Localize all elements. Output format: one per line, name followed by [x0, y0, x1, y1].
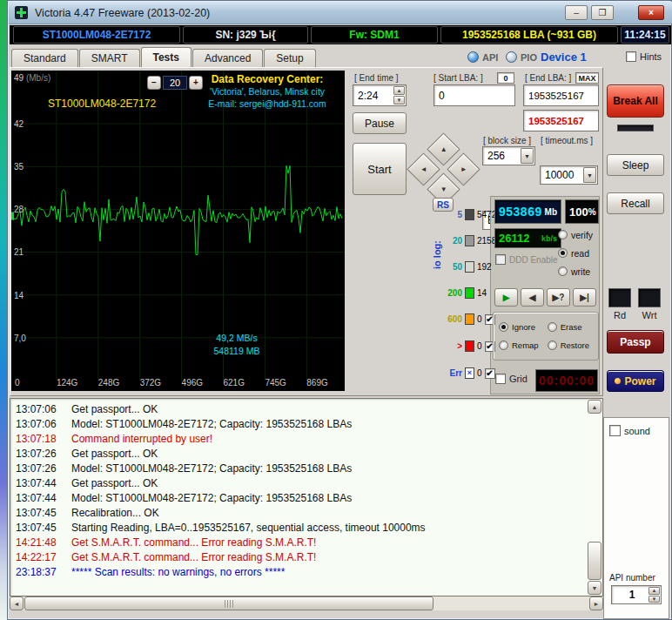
log-entry: 13:07:18Command interrupted by user!: [16, 433, 583, 448]
horizontal-scroll-thumb[interactable]: [24, 596, 433, 610]
end-time-down-icon[interactable]: ▼: [393, 96, 405, 104]
hints-checkbox-box[interactable]: [626, 51, 636, 62]
passport-button[interactable]: Passp: [607, 330, 664, 354]
log-horizontal-scrollbar[interactable]: ◄ ►: [10, 596, 603, 610]
defect-radio-erase[interactable]: Erase: [548, 318, 593, 336]
log-timestamp: 14:22:17: [16, 551, 71, 566]
block-size-value: 256: [487, 150, 505, 162]
log-area[interactable]: 13:07:06Get passport... OK13:07:06Model:…: [10, 398, 603, 596]
speed-value: 26112: [499, 232, 529, 245]
seek-question-button[interactable]: ▶?: [547, 288, 570, 307]
pio-radio[interactable]: PIO: [506, 51, 537, 63]
defect-label: Ignore: [512, 322, 535, 332]
progress-percent-display: 100 %: [565, 199, 599, 224]
log-message: Get passport... OK: [71, 403, 158, 418]
y-axis-tick: 28: [14, 205, 24, 214]
start-lba-label: [ Start LBA: ]: [433, 73, 483, 83]
tab-smart[interactable]: SMART: [79, 49, 140, 67]
tab-advanced[interactable]: Advanced: [192, 49, 263, 67]
max-lba-button[interactable]: MAX: [575, 72, 599, 84]
timeout-label: [ timeout.ms ]: [541, 136, 593, 145]
scroll-left-icon[interactable]: ◄: [10, 596, 24, 610]
tab-setup[interactable]: Setup: [264, 49, 315, 67]
defect-label: Restore: [561, 340, 589, 350]
timing-row->: >0✔: [443, 340, 495, 353]
close-button[interactable]: ×: [638, 5, 664, 20]
api-number-label: API number: [609, 573, 655, 583]
jog-control: ▲ ◄ ► ▼: [410, 137, 478, 201]
pause-button[interactable]: Pause: [353, 112, 407, 134]
ddd-enable-checkbox[interactable]: DDD Enable: [495, 254, 558, 265]
block-size-select[interactable]: 256 ▼: [482, 146, 535, 165]
right-arrow-icon: ►: [460, 165, 467, 173]
timing-color-block: [465, 209, 474, 220]
drive-model: ST1000LM048-2E7172: [13, 26, 180, 44]
sound-checkbox[interactable]: sound: [609, 425, 650, 436]
timing-color-block: [465, 313, 474, 325]
maximize-button[interactable]: ❐: [591, 5, 614, 20]
log-entry: 13:07:06Get passport... OK: [16, 403, 583, 418]
end-time-value: 2:24: [358, 90, 378, 102]
api-radio[interactable]: API: [467, 51, 498, 63]
hints-checkbox[interactable]: Hints: [626, 51, 662, 62]
end-time-up-icon[interactable]: ▲: [393, 86, 405, 95]
defect-radio-remap[interactable]: Remap: [499, 336, 542, 354]
chevron-down-icon[interactable]: ▼: [521, 148, 534, 164]
log-message: Get S.M.A.R.T. command... Error reading …: [71, 551, 316, 566]
mode-radio-write[interactable]: write: [558, 262, 593, 280]
api-down-icon[interactable]: ▼: [648, 596, 660, 603]
log-message: Model: ST1000LM048-2E7172; Capacity: 195…: [71, 462, 352, 477]
graph-drive-label: ST1000LM048-2E7172: [48, 98, 156, 110]
scroll-right-icon[interactable]: ►: [589, 596, 603, 610]
progress-mb-unit: Mb: [545, 207, 557, 217]
log-vertical-scrollbar[interactable]: ▲ ▼: [588, 400, 601, 595]
grid-checkbox-box[interactable]: [495, 374, 506, 384]
end-time-spinner[interactable]: 2:24 ▲▼: [353, 84, 407, 106]
ddd-checkbox-box[interactable]: [495, 254, 506, 265]
sound-checkbox-box[interactable]: [609, 425, 621, 436]
play-button[interactable]: ▶: [494, 288, 518, 307]
defect-radios: IgnoreRemapEraseRestore: [493, 312, 599, 361]
recall-button[interactable]: Recall: [607, 192, 664, 214]
seek-end-button[interactable]: ▶|: [573, 288, 596, 307]
start-lba-input[interactable]: 0: [433, 84, 515, 106]
timing-label: 20: [443, 236, 462, 246]
defect-label: Remap: [512, 340, 539, 350]
tab-standard[interactable]: Standard: [11, 49, 78, 67]
radio-icon: [499, 322, 508, 332]
start-lba-zero-button[interactable]: 0: [497, 72, 514, 84]
end-lba-input[interactable]: 1953525167: [523, 84, 599, 106]
defect-radio-ignore[interactable]: Ignore: [499, 318, 542, 336]
api-up-icon[interactable]: ▲: [648, 587, 660, 595]
grid-checkbox[interactable]: Grid: [495, 374, 528, 384]
power-button[interactable]: Power: [607, 370, 664, 392]
timing-row-err: Err×0✔: [443, 367, 495, 380]
timing-row-600: 6000✔: [443, 313, 495, 326]
x-axis-tick: 869G: [306, 378, 327, 388]
speed-trace-svg: [11, 71, 345, 391]
vertical-scroll-thumb[interactable]: [588, 542, 601, 580]
scroll-up-icon[interactable]: ▲: [588, 400, 601, 414]
timing-color-block: [465, 287, 474, 299]
step-back-button[interactable]: ◀: [521, 288, 544, 307]
mode-radio-verify[interactable]: verify: [558, 226, 593, 244]
timing-checkbox-err[interactable]: ✔: [485, 368, 495, 379]
chevron-down-icon[interactable]: ▼: [583, 167, 596, 183]
current-lba-display[interactable]: 1953525167: [523, 110, 599, 131]
log-timestamp: 13:07:44: [16, 477, 71, 492]
zoom-out-button[interactable]: −: [147, 76, 161, 90]
mode-radio-read[interactable]: read: [558, 244, 593, 262]
scroll-down-icon[interactable]: ▼: [588, 581, 601, 595]
sleep-button[interactable]: Sleep: [607, 154, 664, 176]
log-entry: 14:21:48Get S.M.A.R.T. command... Error …: [16, 536, 583, 551]
seek-question-icon: ▶?: [553, 293, 565, 302]
defect-radio-restore[interactable]: Restore: [548, 336, 593, 354]
timing-label: 50: [443, 262, 462, 272]
api-number-spinner[interactable]: 1 ▲▼: [611, 585, 662, 604]
graph-canvas[interactable]: 49 (Mb/s) − 20 + Data Recovery Center: '…: [11, 71, 345, 391]
start-button[interactable]: Start: [353, 143, 407, 195]
minimize-button[interactable]: –: [565, 5, 588, 20]
break-all-button[interactable]: Break All: [607, 84, 664, 118]
timeout-select[interactable]: 10000 ▼: [540, 165, 598, 185]
tab-tests[interactable]: Tests: [141, 47, 192, 67]
